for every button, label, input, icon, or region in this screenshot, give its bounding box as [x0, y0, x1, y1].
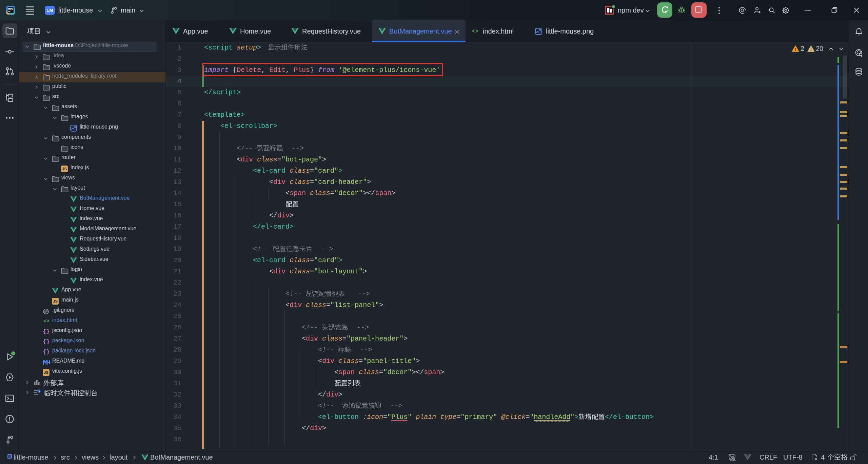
- svg-text:WS: WS: [8, 7, 13, 11]
